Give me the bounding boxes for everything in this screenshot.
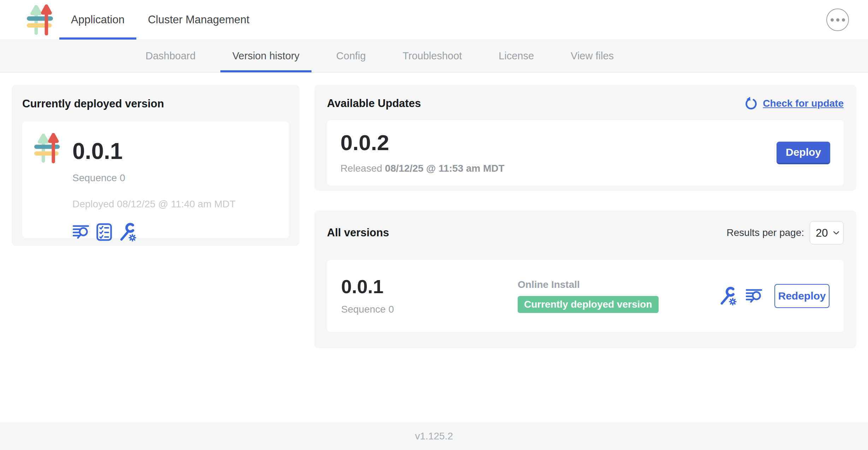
subnav-license[interactable]: License xyxy=(480,40,552,72)
version-row: 0.0.1 Sequence 0 Online Install Currentl… xyxy=(327,260,844,332)
currently-deployed-card: Currently deployed version 0.0.1 Sequenc… xyxy=(12,85,299,246)
results-per-page-select[interactable]: 20 xyxy=(810,221,844,244)
subnav-dashboard[interactable]: Dashboard xyxy=(127,40,214,72)
deployed-version-panel: 0.0.1 Sequence 0 Deployed 08/12/25 @ 11:… xyxy=(22,122,289,238)
main-content: Currently deployed version 0.0.1 Sequenc… xyxy=(0,72,868,348)
subnav-view-files[interactable]: View files xyxy=(552,40,632,72)
edit-config-icon[interactable] xyxy=(719,286,737,306)
check-for-update-link[interactable]: Check for update xyxy=(744,96,844,111)
app-logo xyxy=(26,0,59,40)
install-type-label: Online Install xyxy=(518,279,719,290)
subnav-troubleshoot[interactable]: Troubleshoot xyxy=(384,40,480,72)
deployed-card-title: Currently deployed version xyxy=(22,97,289,110)
deploy-button[interactable]: Deploy xyxy=(777,142,830,164)
deployed-sequence: Sequence 0 xyxy=(72,172,236,184)
tab-cluster-management[interactable]: Cluster Management xyxy=(136,0,261,40)
status-badge: Currently deployed version xyxy=(518,296,659,313)
all-versions-card: All versions Results per page: 20 0 xyxy=(314,211,856,348)
all-versions-title: All versions xyxy=(327,226,389,239)
redeploy-button[interactable]: Redeploy xyxy=(774,284,830,308)
ellipsis-icon xyxy=(842,18,845,22)
ellipsis-icon xyxy=(836,18,839,22)
available-updates-title: Available Updates xyxy=(327,97,421,110)
app-logo-icon xyxy=(26,4,59,35)
refresh-icon xyxy=(744,96,759,111)
subnav-version-history[interactable]: Version history xyxy=(214,40,318,72)
console-version: v1.125.2 xyxy=(415,431,453,442)
app-tabs: Application Cluster Management xyxy=(59,0,261,40)
edit-config-icon[interactable] xyxy=(118,223,137,242)
app-logo-icon xyxy=(34,131,65,165)
subnav-config[interactable]: Config xyxy=(318,40,384,72)
update-released-timestamp: Released 08/12/25 @ 11:53 am MDT xyxy=(340,163,505,174)
row-sequence: Sequence 0 xyxy=(341,304,518,315)
available-updates-card: Available Updates Check for update 0.0.2… xyxy=(314,85,856,191)
deploy-logs-icon[interactable] xyxy=(745,288,763,304)
preflight-checks-icon[interactable] xyxy=(96,223,112,241)
row-version-number: 0.0.1 xyxy=(341,277,518,296)
deployed-version-number: 0.0.1 xyxy=(72,140,236,162)
more-menu-button[interactable] xyxy=(826,8,849,31)
deploy-logs-icon[interactable] xyxy=(72,224,90,240)
results-per-page-label: Results per page: xyxy=(727,227,804,238)
available-update-row: 0.0.2 Released 08/12/25 @ 11:53 am MDT D… xyxy=(327,120,844,185)
deployed-timestamp: Deployed 08/12/25 @ 11:40 am MDT xyxy=(72,199,236,210)
top-bar: Application Cluster Management xyxy=(0,0,868,40)
ellipsis-icon xyxy=(831,18,834,22)
app-subnav: Dashboard Version history Config Trouble… xyxy=(0,40,868,72)
tab-application[interactable]: Application xyxy=(59,0,136,40)
update-version-number: 0.0.2 xyxy=(340,132,505,154)
footer: v1.125.2 xyxy=(0,422,868,450)
